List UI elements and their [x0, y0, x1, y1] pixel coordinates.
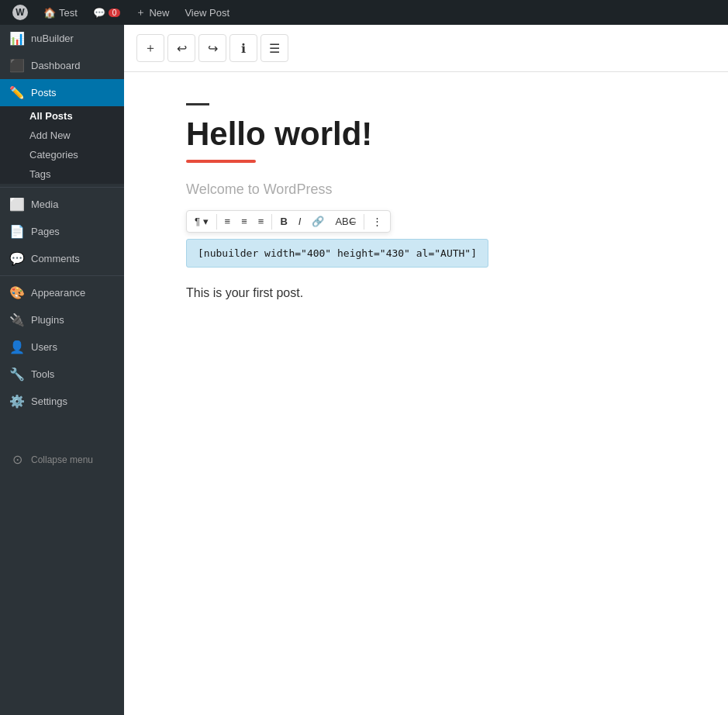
appearance-icon: 🎨: [9, 285, 25, 300]
posts-label: Posts: [31, 87, 57, 98]
posts-submenu: All Posts Add New Categories Tags: [0, 106, 124, 184]
post-title[interactable]: Hello world!: [186, 115, 666, 154]
comments-button[interactable]: 💬 0: [87, 0, 127, 25]
pages-icon: 📄: [9, 224, 25, 239]
media-icon: ⬜: [9, 197, 25, 212]
undo-button[interactable]: ↩: [167, 34, 195, 62]
sidebar-item-tools[interactable]: 🔧 Tools: [0, 361, 124, 388]
info-button[interactable]: ℹ: [229, 34, 257, 62]
all-posts-label: All Posts: [29, 110, 73, 122]
editor-toolbar: ＋ ↩ ↪ ℹ ☰: [124, 25, 728, 72]
appearance-label: Appearance: [31, 287, 85, 299]
bold-button[interactable]: B: [275, 212, 292, 230]
categories-item[interactable]: Categories: [0, 145, 124, 164]
posts-icon: ✏️: [9, 85, 25, 100]
media-label: Media: [31, 199, 58, 210]
sidebar-item-appearance[interactable]: 🎨 Appearance: [0, 279, 124, 306]
inline-toolbar: ¶ ▾ ≡ ≡ ≡ B I 🔗 ABC̶ ⋮: [186, 210, 391, 233]
more-options-button[interactable]: ⋮: [367, 212, 387, 230]
shortcode-block[interactable]: [nubuilder width="400" height="430" al="…: [186, 239, 488, 268]
dashboard-label: Dashboard: [31, 60, 81, 71]
pages-label: Pages: [31, 226, 60, 237]
editor-content: Hello world! Welcome to WordPress ¶ ▾ ≡ …: [124, 72, 728, 537]
comments-count: 0: [109, 9, 121, 17]
comments-sidebar-icon: 💬: [9, 251, 25, 266]
title-divider: [186, 103, 209, 105]
users-icon: 👤: [9, 340, 25, 354]
dashboard-icon: ⬛: [9, 58, 25, 73]
shortcode-text: [nubuilder width="400" height="430" al="…: [198, 247, 477, 259]
admin-menu: 📊 nuBuilder ⬛ Dashboard ✏️ Posts All Pos…: [0, 25, 124, 715]
menu-separator-2: [0, 275, 124, 276]
add-block-button[interactable]: ＋: [136, 34, 164, 62]
italic-button[interactable]: I: [294, 212, 306, 230]
wp-layout: 📊 nuBuilder ⬛ Dashboard ✏️ Posts All Pos…: [0, 25, 728, 715]
add-new-item[interactable]: Add New: [0, 126, 124, 145]
sidebar-item-plugins[interactable]: 🔌 Plugins: [0, 306, 124, 333]
new-button[interactable]: ＋ New: [129, 0, 175, 25]
sidebar-item-settings[interactable]: ⚙️ Settings: [0, 388, 124, 415]
menu-separator-1: [0, 187, 124, 188]
options-button[interactable]: ☰: [260, 34, 288, 62]
tags-label: Tags: [29, 168, 50, 180]
collapse-menu-button[interactable]: ⊙ Collapse menu: [0, 446, 124, 473]
align-center-button[interactable]: ≡: [236, 212, 252, 230]
paragraph-button[interactable]: ¶ ▾: [190, 212, 213, 230]
align-left-button[interactable]: ≡: [220, 212, 236, 230]
sidebar-item-nubuilder[interactable]: 📊 nuBuilder: [0, 25, 124, 52]
all-posts-item[interactable]: All Posts: [0, 106, 124, 126]
wp-logo-button[interactable]: W: [6, 0, 34, 25]
new-label: New: [149, 7, 169, 19]
users-label: Users: [31, 341, 57, 353]
plugins-label: Plugins: [31, 314, 64, 326]
align-right-button[interactable]: ≡: [254, 212, 269, 230]
sidebar-item-comments[interactable]: 💬 Comments: [0, 245, 124, 272]
view-post-button[interactable]: View Post: [178, 0, 236, 25]
toolbar-divider-3: [364, 214, 364, 230]
main-content: ＋ ↩ ↪ ℹ ☰ Hello world! Welcome to WordPr…: [124, 25, 728, 715]
collapse-icon: ⊙: [9, 452, 25, 467]
site-name-button[interactable]: 🏠 Test: [37, 0, 84, 25]
nubuilder-label: nuBuilder: [31, 33, 74, 44]
wp-logo-icon: W: [12, 5, 28, 20]
plugins-icon: 🔌: [9, 313, 25, 327]
toolbar-divider-1: [216, 214, 217, 230]
tools-label: Tools: [31, 368, 54, 380]
redo-button[interactable]: ↪: [198, 34, 226, 62]
comments-sidebar-label: Comments: [31, 253, 80, 264]
settings-label: Settings: [31, 395, 67, 407]
collapse-label: Collapse menu: [31, 454, 93, 465]
sidebar-item-media[interactable]: ⬜ Media: [0, 191, 124, 218]
sidebar-item-pages[interactable]: 📄 Pages: [0, 218, 124, 245]
add-new-label: Add New: [29, 130, 71, 141]
post-subtitle: Welcome to WordPress: [186, 181, 666, 198]
sidebar-item-users[interactable]: 👤 Users: [0, 333, 124, 361]
link-button[interactable]: 🔗: [307, 212, 329, 230]
settings-icon: ⚙️: [9, 394, 25, 409]
post-text[interactable]: This is your first post.: [186, 283, 666, 303]
tools-icon: 🔧: [9, 367, 25, 382]
site-name-label: Test: [59, 7, 78, 19]
sidebar-item-dashboard[interactable]: ⬛ Dashboard: [0, 52, 124, 79]
categories-label: Categories: [29, 149, 78, 161]
admin-bar: W 🏠 Test 💬 0 ＋ New View Post: [0, 0, 728, 25]
title-underline: [186, 160, 256, 163]
view-post-label: View Post: [185, 7, 229, 19]
nubuilder-icon: 📊: [9, 31, 25, 46]
strikethrough-button[interactable]: ABC̶: [330, 212, 360, 230]
toolbar-divider-2: [271, 214, 272, 230]
tags-item[interactable]: Tags: [0, 164, 124, 184]
sidebar-item-posts[interactable]: ✏️ Posts: [0, 79, 124, 106]
